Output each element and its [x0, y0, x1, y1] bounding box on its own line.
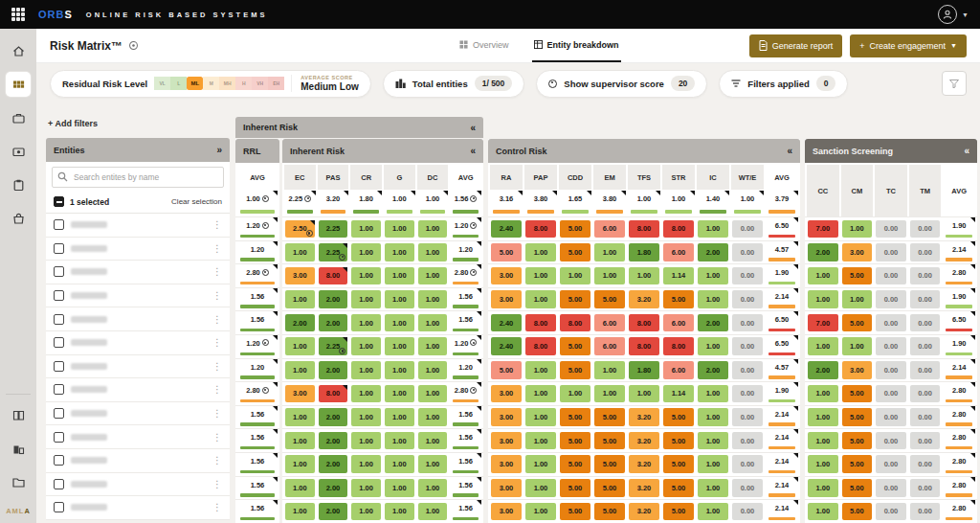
entity-checkbox[interactable] — [54, 455, 64, 466]
score-cell[interactable]: 5.00 — [559, 453, 591, 476]
avg-score-cell[interactable]: 1.20 — [450, 217, 481, 240]
score-cell[interactable]: 5.00 — [559, 335, 591, 358]
row-menu-icon[interactable]: ⋮ — [212, 337, 222, 348]
collapse-left-icon[interactable]: « — [470, 146, 476, 156]
score-cell[interactable]: 2.00 — [807, 241, 839, 264]
score-cell[interactable]: 1.00 — [350, 335, 382, 358]
total-entities-pill[interactable]: Total entities 1/ 500 — [383, 70, 525, 98]
score-cell[interactable]: 1.00 — [807, 264, 839, 287]
create-engagement-button[interactable]: + Create engagement ▼ — [850, 34, 967, 57]
score-cell[interactable]: 5.00 — [841, 382, 874, 405]
score-cell[interactable]: 5.00 — [490, 241, 523, 264]
score-cell[interactable]: 1.00 — [697, 264, 729, 287]
avg-score-cell[interactable]: 1.56 — [237, 288, 278, 311]
score-cell[interactable]: 0.00 — [731, 477, 764, 500]
avg-score-cell[interactable]: 1.20 — [450, 241, 481, 264]
avg-score-cell[interactable]: 2.80 — [943, 429, 975, 452]
tab-overview[interactable]: Overview — [457, 29, 511, 62]
score-cell[interactable]: 1.00 — [384, 382, 415, 405]
avg-score-cell[interactable]: 1.00 — [662, 191, 695, 216]
column-header-cr[interactable]: CR — [350, 165, 382, 190]
score-cell[interactable]: 3.00 — [490, 477, 523, 500]
avg-score-cell[interactable]: 1.56 — [450, 288, 481, 311]
avg-score-cell[interactable]: 1.56 — [450, 453, 481, 476]
score-cell[interactable]: 1.00 — [350, 217, 382, 240]
score-cell[interactable]: 1.00 — [807, 382, 839, 405]
score-cell[interactable]: 0.00 — [875, 264, 907, 287]
entity-row[interactable]: ⋮ — [46, 355, 230, 379]
entity-row[interactable]: ⋮ — [46, 238, 230, 262]
avg-score-cell[interactable]: 2.14 — [943, 359, 975, 382]
avg-score-cell[interactable]: 6.50 — [766, 217, 798, 240]
score-cell[interactable]: 6.00 — [662, 311, 695, 334]
score-cell[interactable]: 1.00 — [559, 264, 591, 287]
score-cell[interactable]: 5.00 — [559, 429, 591, 452]
score-cell[interactable]: 2.00 — [318, 406, 349, 429]
score-cell[interactable]: 7.00 — [807, 311, 839, 334]
score-cell[interactable]: 1.00 — [697, 335, 729, 358]
avg-score-cell[interactable]: 1.56 — [450, 429, 481, 452]
score-cell[interactable]: 1.00 — [417, 264, 449, 287]
score-cell[interactable]: 1.00 — [697, 453, 729, 476]
score-cell[interactable]: 1.00 — [417, 429, 449, 452]
avg-score-cell[interactable]: 1.20 — [237, 335, 278, 358]
avg-score-cell[interactable]: 1.40 — [697, 191, 729, 216]
collapse-right-icon[interactable]: » — [216, 145, 222, 155]
avg-score-cell[interactable]: 1.56 — [450, 500, 481, 523]
score-cell[interactable]: 3.00 — [841, 241, 874, 264]
collapse-left-icon[interactable]: « — [470, 123, 476, 133]
score-cell[interactable]: 1.00 — [284, 406, 316, 429]
score-cell[interactable]: 1.00 — [417, 453, 449, 476]
score-cell[interactable]: 5.00 — [662, 429, 695, 452]
score-cell[interactable]: 5.00 — [559, 241, 591, 264]
score-cell[interactable]: 2.40 — [490, 217, 523, 240]
sidebar-item-folder[interactable] — [6, 469, 31, 494]
avg-score-cell[interactable]: 2.80 — [237, 264, 278, 287]
score-cell[interactable]: 8.00 — [662, 335, 695, 358]
score-cell[interactable]: 1.00 — [807, 406, 839, 429]
score-cell[interactable]: 0.00 — [909, 311, 942, 334]
score-cell[interactable]: 0.00 — [731, 311, 764, 334]
score-cell[interactable]: 0.00 — [875, 217, 907, 240]
row-menu-icon[interactable]: ⋮ — [212, 384, 222, 395]
entity-checkbox[interactable] — [54, 479, 64, 489]
avg-score-cell[interactable]: 1.80 — [350, 191, 382, 216]
avg-score-cell[interactable]: 2.80 — [450, 264, 481, 287]
score-cell[interactable]: 5.00 — [662, 406, 695, 429]
avg-score-cell[interactable]: 2.14 — [766, 477, 798, 500]
score-cell[interactable]: 0.00 — [875, 335, 907, 358]
entity-row[interactable]: ⋮ — [46, 449, 230, 473]
score-cell[interactable]: 2.00 — [318, 288, 349, 311]
score-cell[interactable]: 1.00 — [524, 288, 557, 311]
avg-score-cell[interactable]: 1.00 — [384, 191, 415, 216]
score-cell[interactable]: 1.00 — [417, 406, 449, 429]
score-cell[interactable]: 0.00 — [875, 382, 907, 405]
score-cell[interactable]: 1.00 — [350, 429, 382, 452]
score-cell[interactable]: 8.00 — [318, 264, 349, 287]
rrl-segment-h[interactable]: H — [235, 77, 252, 90]
score-cell[interactable]: 1.00 — [628, 264, 660, 287]
score-cell[interactable]: 1.00 — [384, 477, 415, 500]
avg-score-cell[interactable]: 2.14 — [943, 241, 975, 264]
sidebar-item-risk-matrix[interactable] — [6, 72, 31, 97]
avg-score-cell[interactable]: 1.20 — [450, 359, 481, 382]
entity-checkbox[interactable] — [54, 337, 64, 348]
entity-row[interactable]: ⋮ — [46, 331, 230, 355]
score-cell[interactable]: 1.00 — [807, 500, 839, 523]
score-cell[interactable]: 8.00 — [628, 335, 660, 358]
score-cell[interactable]: 1.00 — [841, 335, 874, 358]
score-cell[interactable]: 7.00 — [807, 217, 839, 240]
settings-icon[interactable] — [128, 40, 139, 51]
score-cell[interactable]: 1.00 — [284, 453, 316, 476]
clear-selection-link[interactable]: Clear selection — [171, 197, 222, 206]
avg-score-cell[interactable]: 1.20 — [237, 359, 278, 382]
residual-risk-level-pill[interactable]: Residual Risk Level VLLMLMMHHVHEH AVERAG… — [50, 70, 371, 98]
show-supervisor-score-pill[interactable]: Show supervisor score 20 — [536, 70, 707, 98]
avg-score-cell[interactable]: 1.56 — [237, 311, 278, 334]
score-cell[interactable]: 1.00 — [350, 288, 382, 311]
entity-row[interactable]: ⋮ — [46, 261, 230, 284]
sidebar-item-home[interactable] — [6, 38, 31, 63]
score-cell[interactable]: 1.00 — [384, 217, 415, 240]
score-cell[interactable]: 0.00 — [731, 500, 764, 523]
entity-row[interactable]: ⋮ — [46, 214, 230, 238]
